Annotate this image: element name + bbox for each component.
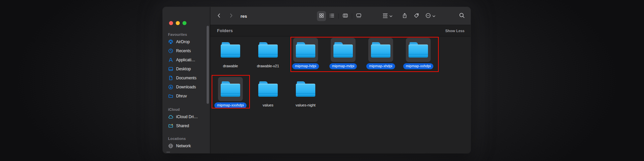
minimize-button[interactable] xyxy=(176,21,180,25)
group-icon xyxy=(382,13,388,20)
folder-icon xyxy=(371,42,390,58)
back-button[interactable] xyxy=(215,11,223,21)
folder-item-mipmap-mdpi[interactable]: mipmap-mdpi xyxy=(324,37,362,70)
clipped-section-label xyxy=(166,152,170,153)
forward-button[interactable] xyxy=(227,11,235,21)
ellipsis-circle-icon xyxy=(425,13,431,20)
sidebar-item-desktop[interactable]: Desktop xyxy=(163,64,207,73)
group-button[interactable] xyxy=(381,11,394,21)
window-title: res xyxy=(240,14,247,19)
folder-label-selected: mipmap-mdpi xyxy=(329,63,357,69)
folder-label-selected: mipmap-xxhdpi xyxy=(403,63,434,69)
folder-label: drawable xyxy=(220,63,241,69)
tag-button[interactable] xyxy=(412,11,421,21)
zoom-button[interactable] xyxy=(182,21,186,25)
document-icon xyxy=(168,75,173,81)
search-icon xyxy=(459,12,465,20)
grid-view-icon xyxy=(319,13,324,20)
close-button[interactable] xyxy=(169,21,173,25)
folder-icon xyxy=(296,81,315,97)
sidebar-item-label: Recents xyxy=(176,49,191,53)
gallery-view-button[interactable] xyxy=(354,11,363,21)
main-area: res xyxy=(210,7,471,153)
sidebar: FavouritesAirDropRecentsApplicati…Deskto… xyxy=(163,7,210,153)
sidebar-item-label: Documents xyxy=(176,76,197,80)
traffic-lights xyxy=(169,21,186,25)
list-view-icon xyxy=(329,13,335,20)
sidebar-item-shared[interactable]: Shared xyxy=(163,121,207,130)
chevron-down-icon xyxy=(432,13,435,19)
folder-icon xyxy=(168,93,173,99)
folder-icon xyxy=(258,42,278,58)
sidebar-item-label: AirDrop xyxy=(176,39,190,44)
column-view-icon xyxy=(342,13,348,20)
folder-label: values xyxy=(260,102,276,108)
download-icon xyxy=(168,84,173,90)
folder-label-selected: mipmap-xxxhdpi xyxy=(214,102,247,108)
sidebar-section-label: iCloud xyxy=(163,107,207,112)
more-button[interactable] xyxy=(424,11,437,21)
chevron-left-icon xyxy=(217,13,222,19)
applications-icon xyxy=(168,57,173,63)
sidebar-item-label: Dhruv xyxy=(176,94,187,98)
sidebar-item-label: Applicati… xyxy=(176,58,195,62)
icon-view-button[interactable] xyxy=(317,11,326,21)
sidebar-item-label: Shared xyxy=(176,124,189,128)
sidebar-item-label: iCloud Dri… xyxy=(176,114,198,119)
sidebar-item-label: Downloads xyxy=(176,85,196,89)
sidebar-item-network[interactable]: Network xyxy=(163,141,207,150)
folder-label-selected: mipmap-hdpi xyxy=(292,63,319,69)
files-grid: drawabledrawable-v21mipmap-hdpimipmap-md… xyxy=(210,36,471,153)
folder-icon xyxy=(333,42,353,58)
search-button[interactable] xyxy=(457,11,467,21)
column-view-button[interactable] xyxy=(341,11,350,21)
sidebar-list: FavouritesAirDropRecentsApplicati…Deskto… xyxy=(163,32,207,150)
list-view-button[interactable] xyxy=(327,11,336,21)
sidebar-item-icloud-dri[interactable]: iCloud Dri… xyxy=(163,112,207,121)
sidebar-item-applicati[interactable]: Applicati… xyxy=(163,55,207,64)
sidebar-section-label: Locations xyxy=(163,136,207,141)
tag-icon xyxy=(414,13,419,20)
sidebar-item-downloads[interactable]: Downloads xyxy=(163,82,207,91)
folder-icon xyxy=(409,42,428,58)
folder-item-values-night[interactable]: values-night xyxy=(287,76,324,109)
chevron-down-icon xyxy=(389,13,392,19)
sidebar-item-documents[interactable]: Documents xyxy=(163,73,207,82)
share-button[interactable] xyxy=(400,11,409,21)
gallery-view-icon xyxy=(356,13,362,20)
desktop-icon xyxy=(168,66,173,72)
folder-label: values-night xyxy=(293,102,318,108)
folder-item-mipmap-hdpi[interactable]: mipmap-hdpi xyxy=(287,37,324,70)
airdrop-icon xyxy=(168,39,173,45)
finder-window: FavouritesAirDropRecentsApplicati…Deskto… xyxy=(163,7,471,153)
sidebar-section-label: Favourites xyxy=(163,32,207,37)
toolbar: res xyxy=(210,7,471,25)
folder-label-selected: mipmap-xhdpi xyxy=(366,63,395,69)
folder-icon xyxy=(221,81,240,97)
sidebar-item-label: Network xyxy=(176,144,191,148)
sidebar-item-label: Desktop xyxy=(176,67,191,71)
section-header-bar: Folders Show Less xyxy=(210,25,471,36)
globe-icon xyxy=(168,143,173,149)
folder-item-mipmap-xhdpi[interactable]: mipmap-xhdpi xyxy=(362,37,399,70)
clock-icon xyxy=(168,48,173,54)
folder-icon xyxy=(296,42,315,58)
sidebar-scrollbar[interactable] xyxy=(207,26,209,104)
folder-item-mipmap-xxxhdpi[interactable]: mipmap-xxxhdpi xyxy=(212,76,249,109)
section-title: Folders xyxy=(217,28,233,33)
show-less-button[interactable]: Show Less xyxy=(445,29,465,33)
sidebar-item-dhruv[interactable]: Dhruv xyxy=(163,91,207,100)
folder-item-drawable[interactable]: drawable xyxy=(212,37,249,70)
shared-folder-icon xyxy=(168,123,173,129)
folder-item-drawable-v21[interactable]: drawable-v21 xyxy=(249,37,287,70)
folder-icon xyxy=(221,42,240,58)
sidebar-item-recents[interactable]: Recents xyxy=(163,46,207,55)
folder-label: drawable-v21 xyxy=(254,63,282,69)
cloud-icon xyxy=(168,114,173,119)
share-icon xyxy=(402,13,408,20)
chevron-right-icon xyxy=(228,13,233,19)
sidebar-item-airdrop[interactable]: AirDrop xyxy=(163,37,207,46)
folder-item-mipmap-xxhdpi[interactable]: mipmap-xxhdpi xyxy=(399,37,437,70)
desktop-background: FavouritesAirDropRecentsApplicati…Deskto… xyxy=(0,0,644,161)
folder-item-values[interactable]: values xyxy=(249,76,287,109)
